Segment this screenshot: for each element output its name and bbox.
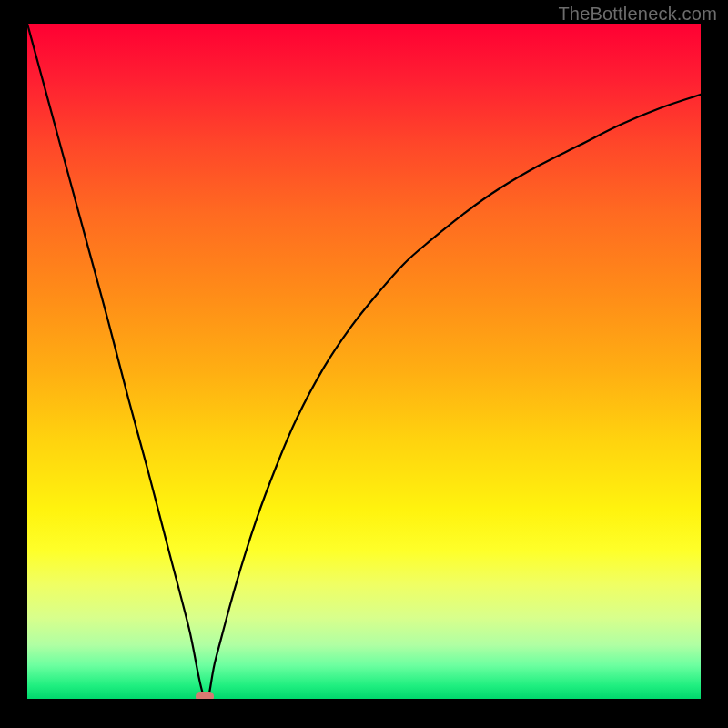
chart-frame: TheBottleneck.com [0,0,728,728]
minimum-marker [196,692,214,699]
plot-area [27,24,701,699]
curve-path [27,24,701,699]
watermark-text: TheBottleneck.com [558,4,717,25]
bottleneck-curve [27,24,701,699]
